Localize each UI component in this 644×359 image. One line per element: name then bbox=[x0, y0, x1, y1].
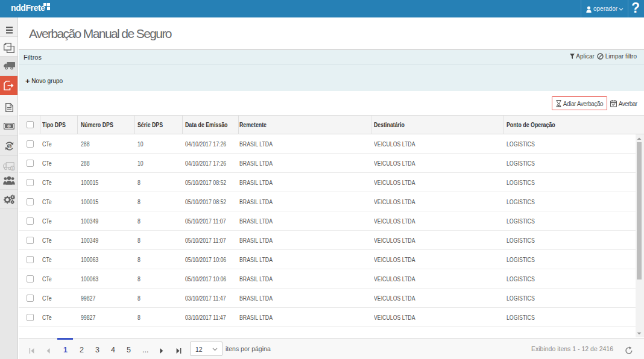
svg-text:$: $ bbox=[8, 144, 11, 148]
svg-text:$: $ bbox=[11, 166, 14, 170]
